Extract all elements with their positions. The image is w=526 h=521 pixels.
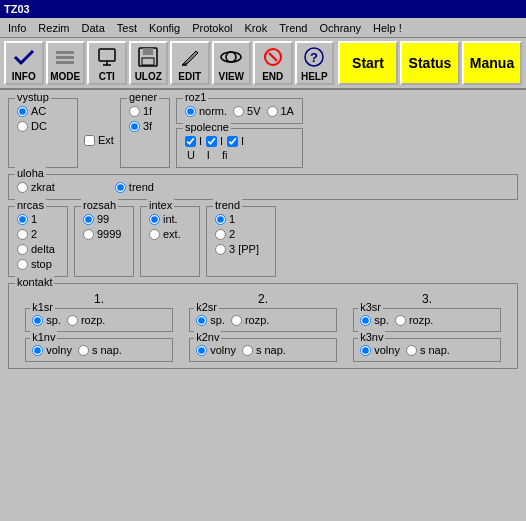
spolecne-labels-row: U I fi xyxy=(185,149,294,161)
gener-3f[interactable]: 3f xyxy=(129,120,161,132)
roz1-norm[interactable]: norm. xyxy=(185,105,227,117)
title-label: TZ03 xyxy=(4,3,30,15)
col1: 1. k1sr sp. rozp. k1nv xyxy=(17,292,181,364)
cti-label: CTI xyxy=(99,71,115,82)
k1sr-sp[interactable]: sp. xyxy=(32,314,61,326)
help-label: HELP xyxy=(301,71,328,82)
status-button[interactable]: Status xyxy=(400,41,460,85)
save-icon xyxy=(136,45,160,69)
uloz-label: ULOZ xyxy=(135,71,162,82)
rozsah-99[interactable]: 99 xyxy=(83,213,125,225)
rozsah-options: 99 9999 xyxy=(83,213,125,240)
nrcas-label: nrcas xyxy=(15,199,46,211)
menu-konfig[interactable]: Konfig xyxy=(143,20,186,36)
ext-area: Ext xyxy=(84,112,114,168)
vystup-label: vystup xyxy=(15,91,51,103)
k2nv-snap[interactable]: s nap. xyxy=(242,344,286,356)
uloha-options: zkrat trend xyxy=(17,181,509,193)
k2nv-volny[interactable]: volny xyxy=(196,344,236,356)
col2-number: 2. xyxy=(258,292,268,306)
uloha-label: uloha xyxy=(15,167,46,179)
edit-label: EDIT xyxy=(178,71,201,82)
mode-button[interactable]: MODE xyxy=(46,41,86,85)
uloha-zkrat[interactable]: zkrat xyxy=(17,181,55,193)
spolecne-check-i2[interactable]: I xyxy=(227,135,244,147)
k1nv-options: volny s nap. xyxy=(32,344,166,356)
svg-rect-0 xyxy=(56,51,74,54)
menu-data[interactable]: Data xyxy=(76,20,111,36)
k3nv-label: k3nv xyxy=(358,331,385,343)
k3sr-sp[interactable]: sp. xyxy=(360,314,389,326)
mode-icon xyxy=(53,45,77,69)
trend-label: trend xyxy=(213,199,242,211)
menu-test[interactable]: Test xyxy=(111,20,143,36)
menu-info[interactable]: Info xyxy=(2,20,32,36)
intex-int[interactable]: int. xyxy=(149,213,191,225)
spolecne-group: spolecne I I I U I fi xyxy=(176,128,303,168)
gener-1f[interactable]: 1f xyxy=(129,105,161,117)
trend-options: 1 2 3 [PP] xyxy=(215,213,267,255)
nrcas-group: nrcas 1 2 delta stop xyxy=(8,206,68,277)
info-button[interactable]: INFO xyxy=(4,41,44,85)
help-button[interactable]: ? HELP xyxy=(295,41,335,85)
k3nv-snap[interactable]: s nap. xyxy=(406,344,450,356)
k2sr-group: k2sr sp. rozp. xyxy=(189,308,337,332)
k3sr-rozp[interactable]: rozp. xyxy=(395,314,433,326)
menu-rezim[interactable]: Rezim xyxy=(32,20,75,36)
kontakt-label: kontakt xyxy=(15,276,54,288)
svg-text:?: ? xyxy=(310,50,318,65)
k1nv-snap[interactable]: s nap. xyxy=(78,344,122,356)
edit-button[interactable]: EDIT xyxy=(170,41,210,85)
nrcas-stop[interactable]: stop xyxy=(17,258,59,270)
intex-label: intex xyxy=(147,199,174,211)
view-button[interactable]: VIEW xyxy=(212,41,252,85)
k3sr-options: sp. rozp. xyxy=(360,314,494,326)
menu-trend[interactable]: Trend xyxy=(273,20,313,36)
uloz-button[interactable]: ULOZ xyxy=(129,41,169,85)
svg-rect-2 xyxy=(56,61,74,64)
menu-krok[interactable]: Krok xyxy=(239,20,274,36)
start-button[interactable]: Start xyxy=(338,41,398,85)
intex-ext[interactable]: ext. xyxy=(149,228,191,240)
intex-options: int. ext. xyxy=(149,213,191,240)
trend-1[interactable]: 1 xyxy=(215,213,267,225)
trend-3pp[interactable]: 3 [PP] xyxy=(215,243,267,255)
ext-checkbox[interactable]: Ext xyxy=(84,134,114,146)
nrcas-1[interactable]: 1 xyxy=(17,213,59,225)
row1: vystup AC DC Ext gener 1f xyxy=(8,98,518,168)
menu-help[interactable]: Help ! xyxy=(367,20,408,36)
col2: 2. k2sr sp. rozp. k2nv xyxy=(181,292,345,364)
gener-group: gener 1f 3f xyxy=(120,98,170,168)
spolecne-check-i1[interactable]: I xyxy=(206,135,223,147)
trend-2[interactable]: 2 xyxy=(215,228,267,240)
spolecne-fi: fi xyxy=(222,149,228,161)
roz1-options: norm. 5V 1A xyxy=(185,105,294,117)
k3nv-volny[interactable]: volny xyxy=(360,344,400,356)
roz1-5v[interactable]: 5V xyxy=(233,105,260,117)
k3nv-options: volny s nap. xyxy=(360,344,494,356)
k2sr-sp[interactable]: sp. xyxy=(196,314,225,326)
nrcas-delta[interactable]: delta xyxy=(17,243,59,255)
col3: 3. k3sr sp. rozp. k3nv xyxy=(345,292,509,364)
end-button[interactable]: END xyxy=(253,41,293,85)
k1sr-rozp[interactable]: rozp. xyxy=(67,314,105,326)
nrcas-2[interactable]: 2 xyxy=(17,228,59,240)
k2sr-options: sp. rozp. xyxy=(196,314,330,326)
k2nv-label: k2nv xyxy=(194,331,221,343)
toolbar: INFO MODE CTI ULOZ EDIT xyxy=(0,38,526,90)
manua-button[interactable]: Manua xyxy=(462,41,522,85)
vystup-ac[interactable]: AC xyxy=(17,105,69,117)
k1nv-volny[interactable]: volny xyxy=(32,344,72,356)
vystup-dc[interactable]: DC xyxy=(17,120,69,132)
cti-button[interactable]: CTI xyxy=(87,41,127,85)
rozsah-9999[interactable]: 9999 xyxy=(83,228,125,240)
k1sr-label: k1sr xyxy=(30,301,55,313)
end-icon xyxy=(261,45,285,69)
spolecne-check-u[interactable]: I xyxy=(185,135,202,147)
uloha-trend[interactable]: trend xyxy=(115,181,154,193)
roz1-1a[interactable]: 1A xyxy=(267,105,294,117)
k2sr-rozp[interactable]: rozp. xyxy=(231,314,269,326)
menu-protokol[interactable]: Protokol xyxy=(186,20,238,36)
k1sr-group: k1sr sp. rozp. xyxy=(25,308,173,332)
menu-ochrany[interactable]: Ochrany xyxy=(313,20,367,36)
